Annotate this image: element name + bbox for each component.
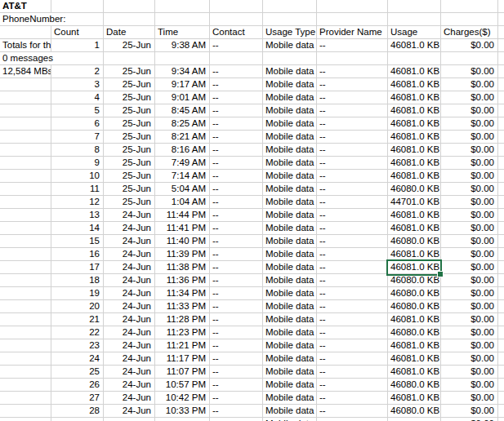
cell-time[interactable]: 8:25 AM — [155, 117, 210, 131]
cell-empty[interactable] — [263, 13, 317, 26]
cell-count[interactable]: 5 — [51, 104, 104, 117]
cell-charges[interactable]: $0.00 — [441, 366, 498, 379]
cell-empty[interactable] — [104, 0, 155, 13]
cell-provider[interactable]: -- — [317, 39, 388, 52]
cell-usage[interactable]: 46081.0 KB — [388, 222, 441, 235]
cell-usage[interactable]: 46081.0 KB — [388, 261, 441, 274]
cell-date[interactable]: 24-Jun — [104, 366, 155, 379]
cell-usage[interactable]: 44701.0 KB — [388, 196, 441, 209]
cell-charges[interactable]: $0.00 — [441, 170, 498, 183]
cell-empty[interactable] — [388, 418, 441, 421]
cell-time[interactable]: 7:14 AM — [155, 170, 210, 183]
cell-empty[interactable] — [51, 52, 104, 65]
cell-usage[interactable]: 46080.0 KB — [388, 300, 441, 313]
cell-usage[interactable]: 46081.0 KB — [388, 131, 441, 144]
cell-usage-type[interactable]: Mobile data — [263, 300, 317, 313]
cell-usage[interactable]: 46081.0 KB — [388, 392, 441, 405]
cell-usage-type[interactable]: Mobile data — [263, 39, 317, 52]
cell-empty[interactable] — [210, 13, 263, 26]
cell-count[interactable]: 4 — [51, 91, 104, 104]
cell-provider[interactable]: -- — [317, 274, 388, 287]
cell-empty[interactable] — [0, 418, 51, 421]
cell-usage-type[interactable]: Mobile data — [263, 131, 317, 144]
cell-empty[interactable] — [498, 274, 504, 287]
cell-phone-label[interactable]: PhoneNumber: — [0, 13, 51, 26]
cell-usage-type[interactable]: Mobile data — [263, 339, 317, 352]
cell-usage[interactable]: 46081.0 KB — [388, 339, 441, 352]
cell-usage[interactable]: 46080.0 KB — [388, 183, 441, 196]
cell-count[interactable]: 20 — [51, 300, 104, 313]
cell-empty[interactable] — [0, 26, 51, 39]
cell-empty[interactable] — [498, 117, 504, 131]
cell-usage-type[interactable]: Mobile data — [263, 65, 317, 78]
cell-date[interactable]: 24-Jun — [104, 339, 155, 352]
cell-charges[interactable]: $0.00 — [441, 287, 498, 300]
cell-empty[interactable] — [498, 52, 504, 65]
cell-time[interactable]: 9:01 AM — [155, 91, 210, 104]
header-contact[interactable]: Contact — [210, 26, 263, 39]
cell-empty[interactable] — [210, 52, 263, 65]
cell-date[interactable]: 24-Jun — [104, 235, 155, 248]
cell-charges[interactable]: $0.00 — [441, 39, 498, 52]
cell-charges[interactable]: $0.00 — [441, 222, 498, 235]
cell-usage-type[interactable]: Mobile data — [263, 183, 317, 196]
cell-contact[interactable]: -- — [210, 300, 263, 313]
cell-provider[interactable]: -- — [317, 131, 388, 144]
cell-empty[interactable] — [498, 261, 504, 274]
cell-usage[interactable]: 46080.0 KB — [388, 405, 441, 418]
cell-date[interactable]: 25-Jun — [104, 39, 155, 52]
cell-empty[interactable] — [317, 0, 388, 13]
cell-contact[interactable]: -- — [210, 104, 263, 117]
cell-date[interactable]: 24-Jun — [104, 392, 155, 405]
cell-usage[interactable]: 46081.0 KB — [388, 117, 441, 131]
cell-time[interactable]: 11:36 PM — [155, 274, 210, 287]
cell-empty[interactable] — [263, 52, 317, 65]
cell-usage-type[interactable]: Mobile data — [263, 78, 317, 91]
cell-count[interactable]: 1 — [51, 39, 104, 52]
header-usage[interactable]: Usage — [388, 26, 441, 39]
cell-empty[interactable] — [498, 0, 504, 13]
cell-date[interactable]: 24-Jun — [104, 326, 155, 339]
cell-empty[interactable] — [0, 183, 51, 196]
cell-provider[interactable]: -- — [317, 392, 388, 405]
cell-empty[interactable] — [441, 0, 498, 13]
cell-empty[interactable] — [210, 0, 263, 13]
cell-empty[interactable] — [388, 52, 441, 65]
cell-date[interactable]: 25-Jun — [104, 183, 155, 196]
cell-provider[interactable]: -- — [317, 313, 388, 326]
cell-usage-type[interactable]: Mobile data — [263, 235, 317, 248]
cell-provider[interactable]: -- — [317, 235, 388, 248]
cell-provider[interactable]: -- — [317, 157, 388, 170]
cell-time[interactable]: 1:04 AM — [155, 196, 210, 209]
cell-date[interactable]: 25-Jun — [104, 170, 155, 183]
header-date[interactable]: Date — [104, 26, 155, 39]
cell-empty[interactable] — [498, 39, 504, 52]
cell-count[interactable]: 14 — [51, 222, 104, 235]
header-charges[interactable]: Charges($) — [441, 26, 498, 39]
cell-time[interactable]: 9:34 AM — [155, 65, 210, 78]
cell-charges[interactable]: $0.00 — [441, 209, 498, 222]
cell-charges[interactable]: $0.00 — [441, 196, 498, 209]
cell-provider[interactable]: -- — [317, 222, 388, 235]
cell-count[interactable]: 21 — [51, 313, 104, 326]
cell-date[interactable]: 25-Jun — [104, 104, 155, 117]
cell-usage[interactable]: 46080.0 KB — [388, 326, 441, 339]
cell-time[interactable]: 11:34 PM — [155, 287, 210, 300]
cell-count[interactable]: 25 — [51, 366, 104, 379]
cell-totals-label[interactable]: Totals for thi — [0, 39, 51, 52]
cell-empty[interactable] — [317, 52, 388, 65]
cell-provider[interactable]: -- — [317, 379, 388, 392]
cell-count[interactable]: 24 — [51, 352, 104, 366]
cell-charges[interactable]: $0.00 — [441, 392, 498, 405]
cell-empty[interactable] — [498, 13, 504, 26]
cell-provider[interactable]: -- — [317, 183, 388, 196]
cell-empty[interactable] — [155, 52, 210, 65]
cell-charges[interactable]: $0.00 — [441, 131, 498, 144]
cell-empty[interactable] — [498, 300, 504, 313]
cell-empty[interactable] — [498, 170, 504, 183]
cell-time[interactable]: 11:23 PM — [155, 326, 210, 339]
cell-date[interactable]: 24-Jun — [104, 300, 155, 313]
cell-empty[interactable] — [441, 52, 498, 65]
cell-usage[interactable]: 46081.0 KB — [388, 352, 441, 366]
cell-empty[interactable] — [498, 366, 504, 379]
